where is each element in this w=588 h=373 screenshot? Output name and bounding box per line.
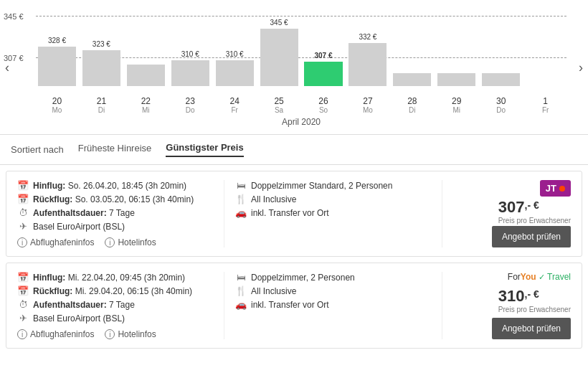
day-label: 23Do (169, 96, 212, 114)
day-label: 30Do (480, 96, 522, 114)
info-icon-abflug: i (17, 329, 27, 339)
card-right: ForYou ✓ Travel 310,- € Preis pro Erwach… (442, 272, 571, 339)
rueckflug-info: Rückflug: So. 03.05.20, 06:15 (3h 40min) (33, 194, 194, 204)
price-integer: 307 (498, 198, 525, 216)
chart-next-button[interactable]: › (575, 56, 587, 78)
card-middle: 🛏 Doppelzimmer Standard, 2 Personen 🍴 Al… (224, 180, 435, 247)
hinflug-row: 📅 Hinflug: Mi. 22.04.20, 09:45 (3h 20min… (17, 272, 217, 283)
offer-button[interactable]: Angebot prüfen (492, 318, 571, 339)
tab-earliest[interactable]: Früheste Hinreise (78, 143, 152, 156)
bed-icon: 🛏 (235, 272, 247, 283)
card-middle: 🛏 Doppelzimmer, 2 Personen 🍴 All Inclusi… (224, 272, 435, 339)
day-label: 29Mi (435, 96, 478, 114)
rueckflug-info: Rückflug: Mi. 29.04.20, 06:15 (3h 40min) (33, 286, 192, 296)
sort-label: Sortiert nach (11, 144, 64, 155)
jt-provider-badge: JT (540, 180, 571, 197)
board-row: 🍴 All Inclusive (235, 285, 435, 296)
day-label: 27Mo (346, 96, 389, 114)
month-label: April 2020 (36, 117, 566, 127)
foryou-you: You (521, 272, 536, 282)
bar-group[interactable] (391, 14, 433, 86)
foryou-provider-logo: ForYou ✓ Travel (508, 272, 571, 282)
calendar-return-icon: 📅 (17, 194, 29, 204)
airport-info: Basel EuroAirport (BSL) (33, 313, 125, 324)
hotel-link[interactable]: i Hotelinfos (105, 237, 156, 247)
food-icon: 🍴 (235, 194, 247, 204)
food-icon: 🍴 (235, 285, 247, 296)
foryou-checkmark-icon: ✓ (539, 273, 545, 281)
bar-group[interactable]: 310 € (169, 14, 212, 86)
result-card: 📅 Hinflug: Mi. 22.04.20, 09:45 (3h 20min… (6, 263, 582, 349)
card-left: 📅 Hinflug: Mi. 22.04.20, 09:45 (3h 20min… (17, 272, 217, 339)
clock-icon: ⏱ (17, 299, 29, 310)
rueckflug-row: 📅 Rückflug: Mi. 29.04.20, 06:15 (3h 40mi… (17, 285, 217, 296)
clock-icon: ⏱ (17, 207, 29, 218)
info-icon-hotel: i (105, 329, 115, 339)
plane-icon: ✈ (17, 313, 29, 324)
card-footer-links: i Abflughafeninfos i Hotelinfos (17, 329, 217, 339)
board-row: 🍴 All Inclusive (235, 194, 435, 204)
bar-group[interactable]: 310 € (214, 14, 256, 86)
card-footer-links: i Abflughafeninfos i Hotelinfos (17, 237, 217, 247)
day-label: 1Fr (524, 96, 566, 114)
bar-group[interactable]: 332 € (346, 14, 389, 86)
card-right: JT 307,- € Preis pro Erwachsener Angebot… (442, 180, 571, 247)
abflug-link[interactable]: i Abflughafeninfos (17, 237, 94, 247)
foryou-for: For (508, 272, 521, 282)
offer-button[interactable]: Angebot prüfen (492, 226, 571, 247)
calendar-icon: 📅 (17, 272, 29, 283)
airport-row: ✈ Basel EuroAirport (BSL) (17, 221, 217, 232)
hinflug-info: Hinflug: Mi. 22.04.20, 09:45 (3h 20min) (33, 273, 185, 283)
day-label: 22Mi (125, 96, 167, 114)
room-row: 🛏 Doppelzimmer, 2 Personen (235, 272, 435, 283)
bars-row: 328 €323 €310 €310 €345 €307 €332 € (36, 14, 566, 86)
card-left: 📅 Hinflug: So. 26.04.20, 18:45 (3h 20min… (17, 180, 217, 247)
price-dec: ,- € (525, 199, 539, 211)
hotel-link[interactable]: i Hotelinfos (105, 329, 156, 339)
tab-cheapest[interactable]: Günstigster Preis (166, 142, 243, 157)
calendar-return-icon: 📅 (17, 285, 29, 296)
result-card: 📅 Hinflug: So. 26.04.20, 18:45 (3h 20min… (6, 171, 582, 257)
price-value: 307,- € (498, 198, 571, 217)
bar-group[interactable]: 323 € (80, 14, 123, 86)
abflug-link[interactable]: i Abflughafeninfos (17, 329, 94, 339)
bar-group[interactable]: 345 € (258, 14, 300, 86)
room-info: Doppelzimmer Standard, 2 Personen (251, 181, 392, 191)
jt-text: JT (546, 183, 556, 194)
info-icon-abflug: i (17, 237, 27, 247)
aufenthalt-row: ⏱ Aufenthaltsdauer: 7 Tage (17, 207, 217, 218)
aufenthalt-info: Aufenthaltsdauer: 7 Tage (33, 208, 135, 218)
board-info: All Inclusive (251, 286, 296, 296)
airport-row: ✈ Basel EuroAirport (BSL) (17, 313, 217, 324)
price-block: 310,- € Preis pro Erwachsener (498, 287, 571, 313)
day-label: 24Fr (214, 96, 256, 114)
bar-group[interactable] (125, 14, 167, 86)
day-labels: 20Mo21Di22Mi23Do24Fr25Sa26So27Mo28Di29Mi… (36, 93, 566, 114)
info-icon-hotel: i (105, 237, 115, 247)
bar-group[interactable] (480, 14, 522, 86)
room-info: Doppelzimmer, 2 Personen (251, 273, 355, 283)
car-icon: 🚗 (235, 207, 247, 218)
aufenthalt-row: ⏱ Aufenthaltsdauer: 7 Tage (17, 299, 217, 310)
bar-group[interactable]: 307 € (303, 14, 345, 86)
price-description: Preis pro Erwachsener (498, 306, 571, 313)
plane-icon: ✈ (17, 221, 29, 232)
results-list: 📅 Hinflug: So. 26.04.20, 18:45 (3h 20min… (0, 171, 588, 349)
price-dec: ,- € (525, 288, 539, 299)
bar-group[interactable] (524, 14, 566, 86)
day-label: 20Mo (36, 96, 78, 114)
price-description: Preis pro Erwachsener (498, 217, 571, 225)
price-integer: 310 (498, 287, 525, 305)
bar-group[interactable] (435, 14, 478, 86)
airport-info: Basel EuroAirport (BSL) (33, 222, 125, 232)
day-label: 28Di (391, 96, 433, 114)
jt-dot-icon (559, 186, 565, 192)
aufenthalt-info: Aufenthaltsdauer: 7 Tage (33, 300, 135, 310)
transfer-row: 🚗 inkl. Transfer vor Ort (235, 207, 435, 218)
chart-bars-area: 345 €307 €328 €323 €310 €310 €345 €307 €… (36, 14, 566, 93)
transfer-row: 🚗 inkl. Transfer vor Ort (235, 299, 435, 310)
bar-group[interactable]: 328 € (36, 14, 78, 86)
price-block: 307,- € Preis pro Erwachsener (498, 198, 571, 225)
transfer-info: inkl. Transfer vor Ort (251, 208, 329, 218)
car-icon: 🚗 (235, 299, 247, 310)
